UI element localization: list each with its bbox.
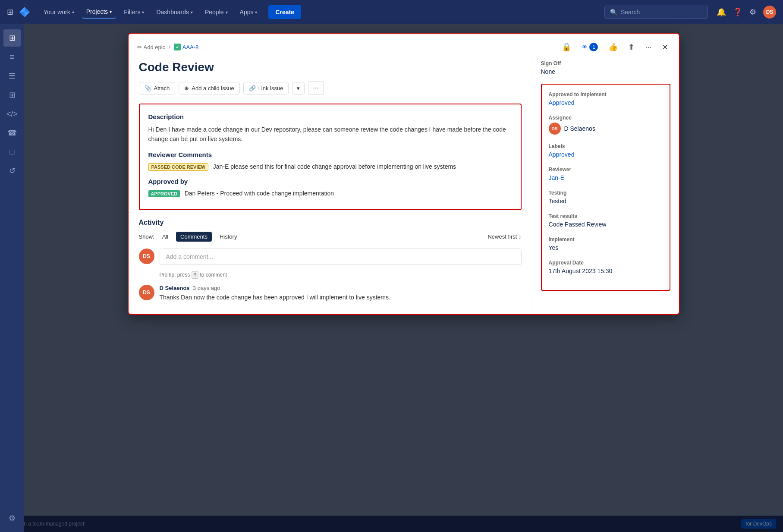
search-box[interactable]: 🔍 Search — [604, 6, 708, 19]
close-icon: ✕ — [662, 43, 668, 51]
sign-off-field: Sign Off None — [541, 60, 670, 75]
reviewer-comments-section: Reviewer Comments PASSED CODE REVIEW Jan… — [148, 151, 512, 171]
reviewer-comment-text: Jan-E please send this for final code ch… — [213, 163, 456, 170]
labels-value[interactable]: Approved — [549, 151, 663, 158]
left-sidebar: ⊞ ≡ ☰ ⊞ </> ☎ □ ↺ ⚙ — [0, 24, 24, 532]
create-button[interactable]: Create — [268, 5, 301, 19]
help-icon[interactable]: ❓ — [733, 7, 742, 17]
notifications-icon[interactable]: 🔔 — [717, 7, 726, 17]
more-icon: ··· — [645, 43, 651, 52]
comment-avatar: DS — [139, 285, 154, 300]
modal-actions: 🔒 👁 1 👍 ⬆ ··· ✕ — [559, 41, 670, 54]
watch-button[interactable]: 👁 1 — [579, 41, 601, 53]
approved-text: Dan Peters - Proceed with code change im… — [185, 190, 334, 197]
test-results-value: Code Passed Review — [549, 221, 663, 228]
sidebar-phone-icon[interactable]: ☎ — [3, 124, 21, 142]
share-button[interactable]: ⬆ — [626, 41, 637, 54]
link-icon: 🔗 — [249, 85, 256, 91]
add-child-issue-button[interactable]: ⊕ Add a child issue — [179, 82, 239, 94]
sidebar-settings-icon[interactable]: ⚙ — [3, 510, 21, 527]
comment-input-row: DS Add a comment... — [139, 249, 522, 265]
keyboard-shortcut: M — [192, 271, 199, 279]
approval-date-field: Approval Date 17th August 2023 15:30 — [549, 260, 663, 274]
activity-section: Activity Show: All Comments History Newe… — [139, 219, 522, 302]
testing-label: Testing — [549, 190, 663, 196]
close-modal-button[interactable]: ✕ — [660, 41, 670, 53]
comment-row: DS D Selaenos 3 days ago Thanks Dan now … — [139, 285, 522, 302]
modal-left-panel: Code Review 📎 Attach ⊕ Add a child issue… — [129, 54, 532, 314]
pro-tip-text: Pro tip: press M to comment — [160, 272, 522, 278]
search-icon: 🔍 — [610, 9, 617, 16]
approved-badge: APPROVED — [148, 190, 180, 197]
description-box: Description Hi Den I have made a code ch… — [139, 104, 522, 210]
top-navigation: ⊞ Your work ▾ Projects ▾ Filters ▾ Dashb… — [0, 0, 783, 24]
comment-time: 3 days ago — [191, 285, 220, 291]
comment-input-field[interactable]: Add a comment... — [160, 249, 522, 265]
link-issue-button[interactable]: 🔗 Link issue — [243, 82, 289, 94]
activity-title: Activity — [139, 219, 522, 227]
description-text: Hi Den I have made a code change in our … — [148, 125, 512, 144]
implement-label: Implement — [549, 236, 663, 242]
more-options-button[interactable]: ··· — [642, 41, 654, 54]
projects-chevron: ▾ — [110, 9, 112, 14]
assignee-name[interactable]: D Selaenos — [564, 125, 595, 132]
nav-people[interactable]: People ▾ — [201, 6, 232, 18]
edit-icon: ✏ — [137, 44, 142, 50]
approved-to-implement-value[interactable]: Approved — [549, 99, 663, 106]
attach-button[interactable]: 📎 Attach — [139, 82, 176, 94]
share-icon: ⬆ — [628, 42, 635, 52]
people-chevron: ▾ — [226, 10, 228, 15]
sidebar-history-icon[interactable]: ↺ — [3, 162, 21, 179]
sidebar-code-icon[interactable]: </> — [3, 105, 21, 123]
filter-comments-button[interactable]: Comments — [176, 232, 212, 242]
watch-count: 1 — [589, 43, 598, 51]
testing-value: Tested — [549, 198, 663, 205]
breadcrumb-separator: / — [169, 44, 170, 50]
nav-dashboards[interactable]: Dashboards ▾ — [152, 6, 197, 18]
nav-your-work[interactable]: Your work ▾ — [39, 6, 79, 18]
thumbs-up-icon: 👍 — [608, 42, 618, 52]
sidebar-page-icon[interactable]: □ — [3, 143, 21, 161]
labels-label: Labels — [549, 143, 663, 149]
nav-projects[interactable]: Projects ▾ — [82, 6, 116, 19]
watch-icon: 👁 — [582, 44, 588, 50]
like-button[interactable]: 👍 — [606, 41, 620, 54]
right-details-box: Approved to Implement Approved Assignee … — [541, 84, 670, 291]
grid-icon[interactable]: ⊞ — [7, 7, 13, 17]
toolbar-more-button[interactable]: ··· — [308, 81, 323, 95]
sign-off-label: Sign Off — [541, 60, 670, 66]
lock-button[interactable]: 🔒 — [559, 41, 574, 54]
sort-order[interactable]: Newest first ↕ — [487, 233, 521, 240]
nav-apps[interactable]: Apps ▾ — [236, 6, 262, 18]
breadcrumb-issue-tag[interactable]: ✓ AAA-8 — [174, 44, 199, 50]
breadcrumb-add-epic[interactable]: ✏ Add epic — [137, 44, 166, 50]
filter-history-button[interactable]: History — [215, 232, 241, 242]
user-avatar[interactable]: DS — [763, 6, 776, 19]
assignee-avatar: DS — [549, 123, 561, 135]
sidebar-reports-icon[interactable]: ⊞ — [3, 86, 21, 104]
attach-icon: 📎 — [145, 85, 151, 91]
sidebar-home-icon[interactable]: ⊞ — [3, 29, 21, 47]
sidebar-board-icon[interactable]: ☰ — [3, 67, 21, 85]
apps-chevron: ▾ — [255, 10, 257, 15]
issue-type-icon: ✓ — [174, 44, 181, 50]
approved-row: APPROVED Dan Peters - Proceed with code … — [148, 189, 512, 197]
activity-filters: Show: All Comments History Newest first … — [139, 232, 522, 242]
implement-field: Implement Yes — [549, 236, 663, 251]
nav-filters[interactable]: Filters ▾ — [119, 6, 148, 18]
filter-all-button[interactable]: All — [158, 232, 173, 242]
show-label: Show: — [139, 233, 154, 240]
lock-icon: 🔒 — [562, 42, 571, 52]
toolbar-dropdown-button[interactable]: ▾ — [292, 82, 305, 94]
filters-chevron: ▾ — [142, 10, 144, 15]
reviewer-label: Reviewer — [549, 167, 663, 173]
sidebar-backlog-icon[interactable]: ≡ — [3, 48, 21, 66]
reviewer-value[interactable]: Jan-E — [549, 174, 663, 181]
current-user-avatar: DS — [139, 249, 154, 264]
comment-content: D Selaenos 3 days ago Thanks Dan now the… — [160, 285, 390, 302]
dashboards-chevron: ▾ — [191, 10, 193, 15]
implement-value: Yes — [549, 244, 663, 251]
modal-header: ✏ Add epic / ✓ AAA-8 🔒 👁 1 👍 — [129, 34, 679, 54]
settings-icon[interactable]: ⚙ — [749, 7, 756, 17]
approved-by-section: Approved by APPROVED Dan Peters - Procee… — [148, 178, 512, 197]
